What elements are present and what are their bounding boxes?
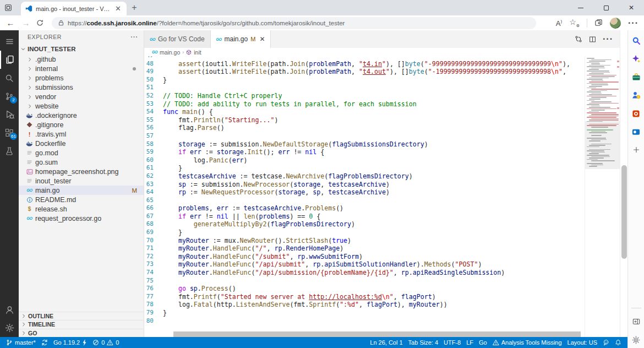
code-line[interactable]: 59 if err := storage.Init(); err != nil … xyxy=(144,148,620,156)
code-line[interactable]: 56 flag.Parse() xyxy=(144,124,620,132)
file-row[interactable]: .gitignore xyxy=(19,120,144,129)
collections-icon[interactable] xyxy=(594,19,603,27)
status-go-version[interactable]: Go 1.19.2 xyxy=(51,337,90,348)
code-line[interactable]: 68 generateMultiplyBy2(flagProblemsDirec… xyxy=(144,220,620,229)
activity-explorer[interactable] xyxy=(0,51,19,69)
file-row[interactable]: $release.sh xyxy=(19,204,144,214)
code-line[interactable]: 70 myRouter := mux.NewRouter().StrictSla… xyxy=(144,237,620,245)
status-analysis-tools[interactable]: Analysis Tools Missing xyxy=(490,337,565,348)
code-line[interactable]: 57 xyxy=(144,132,620,140)
forward-icon[interactable]: → xyxy=(21,18,31,28)
folder-row[interactable]: problems xyxy=(19,73,144,83)
scrollbar-thumb[interactable] xyxy=(621,165,627,259)
folder-row[interactable]: vendor xyxy=(19,92,144,101)
code-line[interactable]: 62 testcaseArchive := testcase.NewArchiv… xyxy=(144,172,620,181)
new-tab-button[interactable]: + xyxy=(127,0,142,15)
code-line[interactable]: 69 } xyxy=(144,229,620,237)
activity-testing[interactable] xyxy=(0,142,19,160)
code-line[interactable]: 47 xyxy=(144,56,620,60)
minimap-slider[interactable] xyxy=(585,121,620,169)
status-notifications[interactable] xyxy=(612,337,624,348)
section-go[interactable]: GO xyxy=(19,329,144,338)
file-row[interactable]: go.sum xyxy=(19,157,144,167)
minimap[interactable] xyxy=(585,56,620,337)
activity-settings[interactable] xyxy=(0,319,19,337)
edge-outlook-icon[interactable] xyxy=(631,127,641,137)
browser-tab[interactable]: main.go - inout_tester - Visual S ✕ xyxy=(21,2,127,15)
code-line[interactable]: 76 go sp.Process() xyxy=(144,285,620,293)
section-timeline[interactable]: TIMELINE xyxy=(19,320,144,329)
edge-hide-sidebar-icon[interactable] xyxy=(631,317,641,327)
tab-actions-menu-icon[interactable] xyxy=(0,0,17,15)
profile-avatar[interactable] xyxy=(610,18,621,29)
code-line[interactable]: 58 storage := submission.NewDefaultStora… xyxy=(144,140,620,149)
close-button[interactable]: ✕ xyxy=(619,0,644,15)
split-editor-icon[interactable] xyxy=(589,36,596,43)
code-line[interactable]: 52// TODO: Handle Ctrl+C properly xyxy=(144,92,620,100)
status-git-branch[interactable]: master* xyxy=(3,337,39,348)
status-language-mode[interactable]: Go xyxy=(476,337,490,348)
activity-run-debug[interactable] xyxy=(0,105,19,123)
edge-settings-icon[interactable] xyxy=(631,335,641,345)
folder-row[interactable]: submissions xyxy=(19,83,144,92)
edge-search-icon[interactable] xyxy=(631,36,641,46)
code-line[interactable]: 64 rp := NewRequestProcessor(storage, sp… xyxy=(144,188,620,197)
read-aloud-icon[interactable]: A) xyxy=(556,18,562,28)
file-row[interactable]: Dockerfile xyxy=(19,139,144,148)
folder-row[interactable]: website xyxy=(19,101,144,111)
editor-more-icon[interactable]: ··· xyxy=(603,34,613,44)
code-line[interactable]: 50} xyxy=(144,76,620,84)
minimize-button[interactable] xyxy=(568,0,593,15)
file-row[interactable]: .dockerignore xyxy=(19,111,144,120)
file-row[interactable]: GOmain.goM xyxy=(19,186,144,195)
edge-discover-icon[interactable] xyxy=(631,54,641,64)
file-row[interactable]: homepage_screenshot.png xyxy=(19,167,144,176)
folder-row[interactable]: .github xyxy=(19,55,144,64)
status-problems[interactable]: 00 xyxy=(90,337,122,348)
status-feedback[interactable] xyxy=(600,337,612,348)
file-row[interactable]: !.travis.yml xyxy=(19,129,144,139)
breadcrumb[interactable]: GO main.go › init xyxy=(144,48,620,56)
file-row[interactable]: go.mod xyxy=(19,148,144,157)
file-row[interactable]: inout_tester xyxy=(19,176,144,186)
edge-office-icon[interactable] xyxy=(631,108,641,118)
tab-main-go[interactable]: GO main.go M ✕ xyxy=(211,30,271,48)
activity-menu[interactable] xyxy=(0,32,19,51)
close-tab-icon[interactable]: ✕ xyxy=(259,35,265,43)
activity-source-control[interactable]: 2 xyxy=(0,87,19,105)
edge-add-icon[interactable] xyxy=(631,145,641,155)
code-line[interactable]: 53// TODO: add ability to run tests in p… xyxy=(144,100,620,108)
edge-games-icon[interactable] xyxy=(631,90,641,100)
code-line[interactable]: 79} xyxy=(144,309,620,317)
code-viewport[interactable]: 4748 assert(ioutil.WriteFile(path.Join(p… xyxy=(144,56,620,337)
code-line[interactable]: 61 } xyxy=(144,164,620,172)
code-line[interactable]: 72 myRouter.HandleFunc("/submit", rp.www… xyxy=(144,253,620,261)
activity-search[interactable] xyxy=(0,69,19,87)
activity-extensions[interactable]: 61 xyxy=(0,123,19,142)
tab-go-for-vs-code[interactable]: GO Go for VS Code xyxy=(144,30,211,48)
more-menu-icon[interactable]: ··· xyxy=(628,18,638,28)
code-line[interactable]: 75 xyxy=(144,277,620,285)
tab-close-icon[interactable]: ✕ xyxy=(114,5,122,12)
code-line[interactable]: 77 fmt.Printf("Started new server at htt… xyxy=(144,293,620,301)
code-line[interactable]: 48 assert(ioutil.WriteFile(path.Join(pro… xyxy=(144,60,620,68)
reload-icon[interactable] xyxy=(36,19,46,26)
code-line[interactable]: 71 myRouter.HandleFunc("/", rp.RenderHom… xyxy=(144,244,620,253)
status-indentation[interactable]: Tab Size: 4 xyxy=(406,337,441,348)
code-line[interactable]: 74 myRouter.HandleFunc("/api/submission/… xyxy=(144,269,620,277)
file-row[interactable]: GOrequest_processor.go xyxy=(19,214,144,223)
code-line[interactable]: 60 log.Panic(err) xyxy=(144,156,620,165)
code-line[interactable]: 54func main() { xyxy=(144,108,620,116)
code-line[interactable]: 63 sp := submission.NewProcessor(storage… xyxy=(144,181,620,189)
back-icon[interactable]: ← xyxy=(6,18,15,28)
explorer-root-folder[interactable]: INOUT_TESTER xyxy=(19,44,144,55)
code-line[interactable]: 67 if err != nil || len(problems) == 0 { xyxy=(144,213,620,221)
code-line[interactable]: 49 assert(ioutil.WriteFile(path.Join(pro… xyxy=(144,68,620,76)
status-keyboard-layout[interactable]: Layout: US xyxy=(565,337,600,348)
maximize-button[interactable] xyxy=(593,0,619,15)
code-line[interactable]: 80 xyxy=(144,317,620,325)
section-outline[interactable]: OUTLINE xyxy=(19,312,144,320)
code-line[interactable]: 65 xyxy=(144,197,620,205)
status-eol[interactable]: LF xyxy=(463,337,476,348)
file-row[interactable]: README.md xyxy=(19,195,144,204)
